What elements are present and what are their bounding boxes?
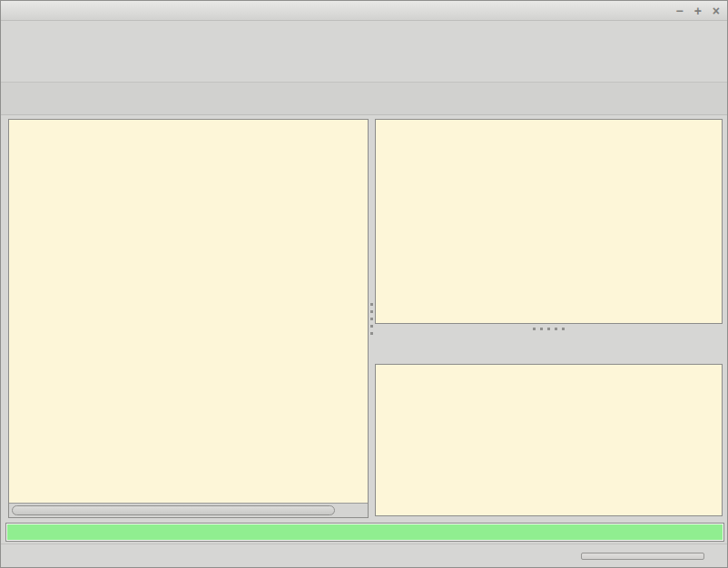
toolbar [1,46,727,83]
script-editor-pane[interactable] [8,119,369,518]
titlebar[interactable]: −+× [1,1,727,21]
editor-horizontal-scrollbar[interactable] [9,503,368,517]
progress-bar [5,523,724,542]
coqide-window: −+× [0,0,728,568]
statusbar [1,544,727,567]
menubar [1,21,727,46]
close-button[interactable]: × [713,5,720,17]
code-editor[interactable] [9,120,368,503]
message-tab-bar [375,333,723,364]
coq-status-indicator [581,553,704,560]
messages-pane[interactable] [375,364,723,516]
minimize-button[interactable]: − [675,5,683,17]
window-buttons: −+× [675,1,720,21]
horizontal-splitter[interactable] [375,324,723,333]
status-right [530,553,727,560]
document-tab-bar [1,83,727,115]
vertical-splitter[interactable] [368,119,375,518]
goals-pane[interactable] [375,119,723,324]
maximize-button[interactable]: + [694,5,702,17]
scrollbar-thumb[interactable] [12,505,335,515]
